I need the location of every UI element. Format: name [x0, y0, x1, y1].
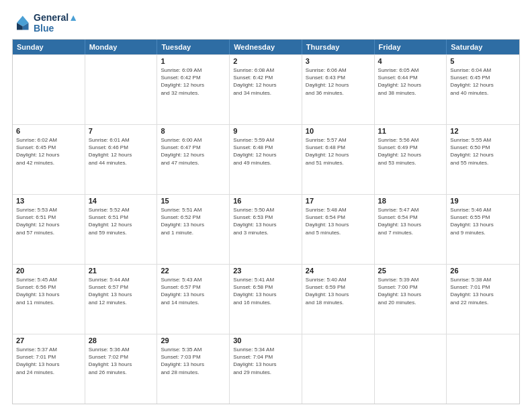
day-info: Sunrise: 6:04 AM Sunset: 6:45 PM Dayligh… [450, 66, 516, 97]
calendar-row: 13Sunrise: 5:53 AM Sunset: 6:51 PM Dayli… [13, 194, 519, 264]
day-info: Sunrise: 5:53 AM Sunset: 6:51 PM Dayligh… [16, 206, 81, 236]
weekday-header: Tuesday [157, 40, 230, 54]
logo: General▲ Blue [12, 12, 78, 34]
calendar-cell [85, 55, 158, 124]
calendar-row: 20Sunrise: 5:45 AM Sunset: 6:56 PM Dayli… [13, 264, 519, 334]
day-number: 9 [233, 127, 298, 135]
day-info: Sunrise: 5:43 AM Sunset: 6:57 PM Dayligh… [161, 276, 226, 306]
calendar-cell: 19Sunrise: 5:46 AM Sunset: 6:55 PM Dayli… [447, 195, 519, 264]
day-number: 6 [16, 127, 81, 135]
day-info: Sunrise: 5:56 AM Sunset: 6:49 PM Dayligh… [378, 136, 443, 167]
calendar-header: SundayMondayTuesdayWednesdayThursdayFrid… [13, 40, 519, 54]
day-info: Sunrise: 5:34 AM Sunset: 7:04 PM Dayligh… [233, 346, 298, 376]
day-info: Sunrise: 6:01 AM Sunset: 6:46 PM Dayligh… [89, 136, 154, 167]
day-info: Sunrise: 5:40 AM Sunset: 6:59 PM Dayligh… [306, 276, 371, 306]
calendar-cell: 7Sunrise: 6:01 AM Sunset: 6:46 PM Daylig… [85, 125, 158, 194]
day-info: Sunrise: 5:51 AM Sunset: 6:52 PM Dayligh… [161, 206, 226, 236]
day-number: 4 [378, 57, 443, 65]
day-info: Sunrise: 6:06 AM Sunset: 6:43 PM Dayligh… [306, 66, 371, 97]
logo-text: General▲ Blue [34, 12, 78, 34]
header: General▲ Blue [12, 12, 520, 34]
calendar-cell: 2Sunrise: 6:08 AM Sunset: 6:42 PM Daylig… [230, 55, 302, 124]
day-number: 13 [16, 197, 81, 205]
day-number: 20 [16, 267, 81, 275]
calendar-cell: 17Sunrise: 5:48 AM Sunset: 6:54 PM Dayli… [302, 195, 375, 264]
calendar-cell: 16Sunrise: 5:50 AM Sunset: 6:53 PM Dayli… [230, 195, 302, 264]
day-info: Sunrise: 5:38 AM Sunset: 7:01 PM Dayligh… [450, 276, 516, 306]
calendar: SundayMondayTuesdayWednesdayThursdayFrid… [12, 39, 520, 404]
calendar-body: 1Sunrise: 6:09 AM Sunset: 6:42 PM Daylig… [13, 54, 519, 404]
day-number: 25 [378, 267, 443, 275]
day-info: Sunrise: 5:39 AM Sunset: 7:00 PM Dayligh… [378, 276, 443, 306]
logo-icon [12, 13, 31, 32]
day-number: 2 [233, 57, 298, 65]
day-number: 15 [161, 197, 226, 205]
day-info: Sunrise: 5:55 AM Sunset: 6:50 PM Dayligh… [450, 136, 516, 167]
calendar-cell: 29Sunrise: 5:35 AM Sunset: 7:03 PM Dayli… [157, 334, 230, 404]
day-number: 18 [378, 197, 443, 205]
calendar-cell: 8Sunrise: 6:00 AM Sunset: 6:47 PM Daylig… [157, 125, 230, 194]
calendar-cell: 23Sunrise: 5:41 AM Sunset: 6:58 PM Dayli… [230, 265, 302, 334]
day-info: Sunrise: 6:09 AM Sunset: 6:42 PM Dayligh… [161, 66, 226, 97]
calendar-cell: 25Sunrise: 5:39 AM Sunset: 7:00 PM Dayli… [375, 265, 447, 334]
day-number: 27 [16, 336, 81, 345]
day-number: 17 [306, 197, 371, 205]
weekday-header: Wednesday [230, 40, 302, 54]
day-number: 24 [306, 267, 371, 275]
day-info: Sunrise: 6:05 AM Sunset: 6:44 PM Dayligh… [378, 66, 443, 97]
calendar-cell: 30Sunrise: 5:34 AM Sunset: 7:04 PM Dayli… [230, 334, 302, 404]
weekday-header: Friday [375, 40, 447, 54]
calendar-cell: 22Sunrise: 5:43 AM Sunset: 6:57 PM Dayli… [157, 265, 230, 334]
weekday-header: Thursday [302, 40, 375, 54]
calendar-cell: 10Sunrise: 5:57 AM Sunset: 6:48 PM Dayli… [302, 125, 375, 194]
calendar-cell: 26Sunrise: 5:38 AM Sunset: 7:01 PM Dayli… [447, 265, 519, 334]
day-info: Sunrise: 5:45 AM Sunset: 6:56 PM Dayligh… [16, 276, 81, 306]
day-info: Sunrise: 5:41 AM Sunset: 6:58 PM Dayligh… [233, 276, 298, 306]
day-number: 21 [89, 267, 154, 275]
calendar-cell: 14Sunrise: 5:52 AM Sunset: 6:51 PM Dayli… [85, 195, 158, 264]
calendar-cell: 21Sunrise: 5:44 AM Sunset: 6:57 PM Dayli… [85, 265, 158, 334]
calendar-cell: 13Sunrise: 5:53 AM Sunset: 6:51 PM Dayli… [13, 195, 85, 264]
day-number: 11 [378, 127, 443, 135]
calendar-cell: 6Sunrise: 6:02 AM Sunset: 6:45 PM Daylig… [13, 125, 85, 194]
day-info: Sunrise: 5:50 AM Sunset: 6:53 PM Dayligh… [233, 206, 298, 236]
day-info: Sunrise: 5:48 AM Sunset: 6:54 PM Dayligh… [306, 206, 371, 236]
day-number: 26 [450, 267, 516, 275]
calendar-cell: 12Sunrise: 5:55 AM Sunset: 6:50 PM Dayli… [447, 125, 519, 194]
day-number: 3 [306, 57, 371, 65]
day-number: 7 [89, 127, 154, 135]
calendar-cell: 15Sunrise: 5:51 AM Sunset: 6:52 PM Dayli… [157, 195, 230, 264]
day-info: Sunrise: 5:47 AM Sunset: 6:54 PM Dayligh… [378, 206, 443, 236]
calendar-cell [375, 334, 447, 404]
day-number: 1 [161, 57, 226, 65]
calendar-cell: 24Sunrise: 5:40 AM Sunset: 6:59 PM Dayli… [302, 265, 375, 334]
calendar-cell: 28Sunrise: 5:36 AM Sunset: 7:02 PM Dayli… [85, 334, 158, 404]
day-info: Sunrise: 5:57 AM Sunset: 6:48 PM Dayligh… [306, 136, 371, 167]
day-number: 16 [233, 197, 298, 205]
weekday-header: Sunday [13, 40, 85, 54]
calendar-row: 1Sunrise: 6:09 AM Sunset: 6:42 PM Daylig… [13, 54, 519, 124]
calendar-cell [447, 334, 519, 404]
day-number: 8 [161, 127, 226, 135]
day-info: Sunrise: 5:46 AM Sunset: 6:55 PM Dayligh… [450, 206, 516, 236]
day-number: 22 [161, 267, 226, 275]
day-number: 29 [161, 336, 226, 345]
weekday-header: Monday [85, 40, 158, 54]
calendar-cell [13, 55, 85, 124]
day-number: 23 [233, 267, 298, 275]
day-number: 19 [450, 197, 516, 205]
calendar-cell: 18Sunrise: 5:47 AM Sunset: 6:54 PM Dayli… [375, 195, 447, 264]
day-number: 30 [233, 336, 298, 345]
weekday-header: Saturday [447, 40, 519, 54]
day-number: 12 [450, 127, 516, 135]
day-info: Sunrise: 5:44 AM Sunset: 6:57 PM Dayligh… [89, 276, 154, 306]
calendar-cell: 3Sunrise: 6:06 AM Sunset: 6:43 PM Daylig… [302, 55, 375, 124]
day-info: Sunrise: 5:59 AM Sunset: 6:48 PM Dayligh… [233, 136, 298, 167]
calendar-cell: 5Sunrise: 6:04 AM Sunset: 6:45 PM Daylig… [447, 55, 519, 124]
calendar-cell: 1Sunrise: 6:09 AM Sunset: 6:42 PM Daylig… [157, 55, 230, 124]
day-info: Sunrise: 6:08 AM Sunset: 6:42 PM Dayligh… [233, 66, 298, 97]
calendar-cell [302, 334, 375, 404]
day-info: Sunrise: 5:52 AM Sunset: 6:51 PM Dayligh… [89, 206, 154, 236]
calendar-cell: 4Sunrise: 6:05 AM Sunset: 6:44 PM Daylig… [375, 55, 447, 124]
day-number: 10 [306, 127, 371, 135]
